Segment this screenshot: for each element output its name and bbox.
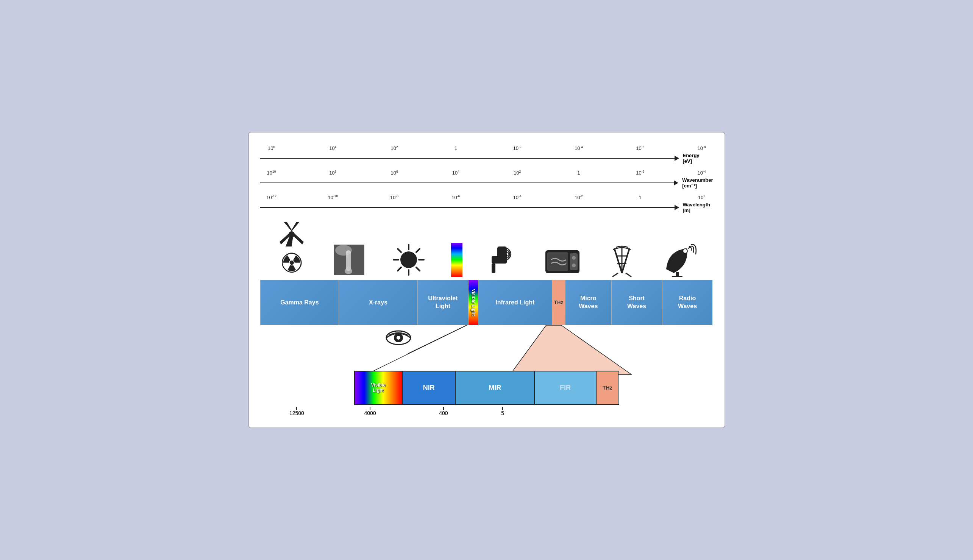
wl-arrow-head — [674, 205, 679, 210]
svg-point-39 — [397, 336, 401, 340]
icons-row: ☢ — [260, 219, 713, 277]
connector-svg — [260, 325, 713, 375]
svg-line-11 — [398, 249, 401, 252]
wn-tick-7: 10-2 — [629, 170, 651, 176]
svg-point-23 — [572, 263, 576, 267]
ir-fir-segment: FIR — [535, 372, 596, 404]
svg-rect-4 — [346, 250, 351, 271]
svg-line-25 — [622, 248, 629, 273]
wl-tick-6: 10-2 — [567, 195, 590, 200]
ir-wavenumber-labels: 12500 4000 400 5 — [260, 407, 525, 416]
gamma-icon: ☢ — [277, 219, 307, 277]
ir-nir-segment: NIR — [402, 372, 456, 404]
main-container: 106 104 102 1 10-2 10-4 10-6 10-8 Energy… — [248, 132, 725, 428]
svg-point-6 — [401, 252, 417, 268]
wl-tick-5: 10-4 — [506, 195, 529, 200]
wl-tick-8: 102 — [690, 195, 713, 200]
wn-400: 400 — [410, 407, 476, 416]
energy-tick-7: 10-6 — [629, 145, 651, 151]
energy-tick-5: 10-2 — [506, 145, 529, 151]
ir-visible-segment: VisibleLight — [355, 372, 403, 404]
ir-thz-segment: THz — [596, 372, 618, 404]
spectrum-bar: Gamma Rays X-rays UltravioletLight Visib… — [260, 280, 713, 325]
wavenumber-scale: 1010 108 106 104 102 1 10-2 10-4 Wavenum… — [260, 170, 713, 188]
energy-tick-3: 102 — [383, 145, 406, 151]
svg-line-35 — [366, 325, 467, 375]
uv-icon — [392, 243, 426, 277]
svg-rect-33 — [672, 276, 683, 277]
wn-5: 5 — [484, 407, 522, 416]
svg-point-1 — [289, 232, 294, 237]
wn-arrow-line — [260, 183, 674, 183]
svg-line-29 — [613, 273, 618, 277]
wn-tick-1: 1010 — [260, 170, 283, 176]
ir-mir-segment: MIR — [456, 372, 535, 404]
wl-tick-1: 10-12 — [260, 195, 283, 200]
svg-rect-20 — [547, 252, 568, 271]
thz-segment: THz — [552, 280, 566, 325]
xray-segment: X-rays — [339, 280, 418, 325]
energy-arrow-head — [674, 156, 679, 161]
xray-icon — [332, 243, 366, 277]
wn-arrow-head — [674, 180, 678, 185]
ir-icon — [488, 243, 518, 277]
energy-arrow-line — [260, 158, 674, 158]
uv-segment: UltravioletLight — [418, 280, 469, 325]
visible-segment: Visible Light — [469, 280, 478, 325]
wn-4000: 4000 — [337, 407, 403, 416]
wl-tick-2: 10-10 — [322, 195, 344, 200]
wl-tick-4: 10-6 — [444, 195, 467, 200]
micro-segment: MicroWaves — [566, 280, 612, 325]
microwave-icon — [544, 247, 581, 277]
wn-label: Wavenumber[cm⁻¹] — [682, 177, 713, 188]
energy-tick-2: 104 — [322, 145, 344, 151]
satellite-dish-icon — [663, 243, 696, 277]
radio-tower-icon — [607, 243, 637, 277]
svg-marker-36 — [510, 325, 631, 375]
svg-line-30 — [626, 273, 631, 277]
svg-rect-17 — [492, 256, 507, 263]
wn-tick-5: 102 — [506, 170, 529, 176]
wn-tick-6: 1 — [567, 170, 590, 176]
energy-tick-4: 1 — [444, 145, 467, 151]
wl-tick-7: 1 — [629, 195, 651, 200]
wn-tick-2: 108 — [322, 170, 344, 176]
short-segment: ShortWaves — [612, 280, 663, 325]
svg-line-14 — [398, 267, 401, 271]
energy-tick-8: 10-8 — [690, 145, 713, 151]
gamma-segment: Gamma Rays — [260, 280, 339, 325]
svg-rect-15 — [451, 243, 462, 277]
wn-12500: 12500 — [264, 407, 330, 416]
svg-line-12 — [416, 267, 420, 271]
svg-rect-21 — [570, 253, 577, 270]
energy-scale: 106 104 102 1 10-2 10-4 10-6 10-8 Energy… — [260, 145, 713, 164]
wn-tick-8: 10-4 — [690, 170, 713, 176]
svg-point-22 — [572, 256, 576, 260]
svg-rect-18 — [492, 263, 496, 273]
wl-tick-3: 10-8 — [383, 195, 406, 200]
svg-point-31 — [683, 249, 688, 253]
radio-segment: RadioWaves — [663, 280, 713, 325]
visible-icon — [451, 243, 462, 277]
connector-area — [260, 325, 713, 375]
wl-label: Wavelength[m] — [683, 202, 713, 213]
wn-tick-3: 106 — [383, 170, 406, 176]
ir-detail-bar: VisibleLight NIR MIR FIR THz — [354, 371, 619, 405]
wl-arrow-line — [260, 207, 674, 208]
energy-tick-6: 10-4 — [567, 145, 590, 151]
energy-label: Energy[eV] — [683, 153, 713, 164]
infrared-segment: Infrared Light — [478, 280, 552, 325]
energy-tick-1: 106 — [260, 145, 283, 151]
wn-tick-4: 104 — [444, 170, 467, 176]
svg-line-13 — [416, 249, 420, 252]
svg-line-24 — [614, 248, 622, 273]
ir-detail-container: VisibleLight NIR MIR FIR THz — [260, 371, 713, 405]
svg-point-5 — [345, 268, 352, 274]
eye-icon — [385, 328, 412, 349]
wavelength-scale: 10-12 10-10 10-8 10-6 10-4 10-2 1 102 Wa… — [260, 195, 713, 213]
